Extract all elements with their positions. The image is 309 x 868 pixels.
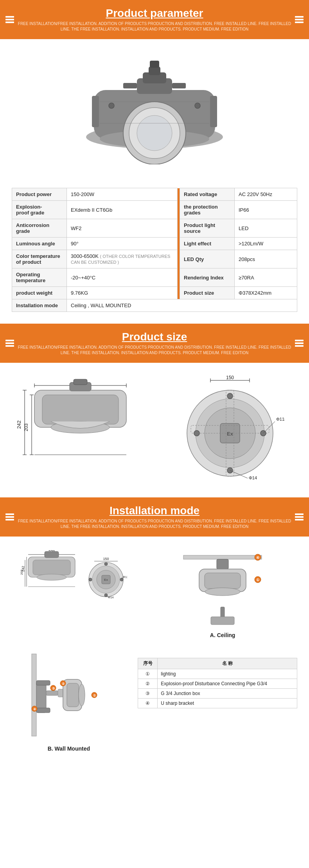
value-led-qty: 208pcs [235,250,297,268]
param-row-weight: product weight 9.76KG Product size Φ378X… [12,287,297,299]
svg-point-78 [205,588,240,596]
value-rated-voltage: AC 220V 50Hz [235,188,297,201]
col-name: 名 称 [158,658,297,669]
value-rendering-index: ≥70RA [235,268,297,287]
install-top-svg: 150 Ex Φ11mm*2 Φ14 [84,556,128,599]
value-product-power: 150-200W [67,188,178,201]
svg-rect-84 [211,617,234,625]
svg-rect-51 [33,560,70,575]
param-row-anticorrosion: Anticorrosion grade WF2 Product light so… [12,219,297,238]
label-install-mode: Installation mode [12,299,67,312]
svg-point-93 [79,684,85,706]
label-luminous-angle: Luminous angle [12,238,67,250]
dim-242: 242 [16,420,22,429]
installation-mode-subtitle: FREE INSTALLATION/FREE INSTALLATION. ADD… [16,519,293,529]
svg-text:①: ① [93,694,95,697]
bars-left-icon [5,16,14,23]
param-table: Product power 150-200W Rated voltage AC … [12,188,297,312]
value-protection-grade: IP66 [235,201,297,219]
install-row-ceiling: 378 242 203 150 [12,548,297,638]
label-product-size: Product size [180,287,235,299]
svg-rect-74 [183,555,262,559]
parts-name-4: U sharp bracket [158,699,297,708]
install-wall-diagram: ④ ③ ② ① B. Wall Mounted [12,650,126,752]
wall-caption: B. Wall Mounted [12,746,126,752]
value-product-weight: 9.76KG [67,287,178,299]
bars-left-3-icon [5,513,14,520]
svg-rect-75 [217,559,228,569]
svg-text:Φ11mm*2: Φ11mm*2 [123,575,128,579]
label-product-weight: product weight [12,287,67,299]
svg-point-5 [137,115,172,151]
svg-point-42 [227,393,233,399]
parts-row-4: ④ U sharp bracket [138,699,297,708]
svg-text:④: ④ [256,556,259,560]
value-anticorrosion: WF2 [67,219,178,238]
label-rated-voltage: Rated voltage [180,188,235,201]
wall-svg: ④ ③ ② ① [30,650,108,740]
product-parameter-section: Product parameter FREE INSTALLATION/FREE… [0,0,309,324]
dim-203: 203 [23,423,29,431]
svg-rect-22 [42,395,119,424]
value-luminous-angle: 90° [67,238,178,250]
svg-text:150: 150 [103,557,109,561]
top-view-svg: 150 Φ11mm*2 [175,375,285,484]
installation-mode-title: Installation mode [16,504,293,517]
svg-rect-25 [74,379,87,385]
top-view-diagram: 150 Φ11mm*2 [162,375,297,486]
svg-rect-17 [150,61,159,68]
parts-row-2: ② Explosion-proof Disturbance Connecting… [138,679,297,689]
svg-rect-11 [123,83,137,88]
svg-rect-83 [221,607,225,618]
svg-point-65 [104,562,108,565]
svg-point-13 [109,103,114,108]
product-size-title: Product size [16,331,293,343]
parts-row-3: ③ G 3/4 Junction box [138,689,297,699]
product-lamp-image [72,55,237,164]
svg-text:203: 203 [20,569,23,575]
ceiling-caption: A. Ceiling [148,632,297,638]
svg-rect-85 [32,654,36,736]
param-row-explosion: Explosion-proof grade EXdemb II CT6Gb th… [12,201,297,219]
svg-text:③: ③ [52,687,54,690]
svg-rect-8 [149,67,160,75]
svg-rect-53 [45,551,59,558]
svg-point-52 [37,574,66,580]
svg-rect-12 [172,83,186,88]
value-explosion-grade: EXdemb II CT6Gb [67,201,178,219]
svg-point-67 [89,578,92,581]
install-area: 378 242 203 150 [0,537,309,775]
svg-rect-88 [36,708,50,713]
value-color-temp: 3000-6500K ( OTHER COLOR TEMPERATURES CA… [67,250,178,268]
param-row-power: Product power 150-200W Rated voltage AC … [12,188,297,201]
value-light-effect: >120Lm/W [235,238,297,250]
svg-rect-89 [46,691,58,695]
label-protection-grade: the protection grades [180,201,235,219]
svg-text:Φ14: Φ14 [108,596,113,599]
parts-no-3: ③ [138,689,158,699]
side-view-svg: 378 242 203 [13,378,146,480]
param-row-luminous: Luminous angle 90° Light effect >120Lm/W [12,238,297,250]
svg-rect-10 [210,96,217,127]
label-light-source: Product light source [180,219,235,238]
dim-150: 150 [226,375,234,380]
bars-left-2-icon [5,340,14,347]
parts-name-2: Explosion-proof Disturbance Connecting P… [158,679,297,689]
svg-rect-77 [205,573,241,589]
parts-table-header: 序号 名 称 [138,658,297,669]
label-led-qty: LED Qty [180,250,235,268]
svg-text:②: ② [61,682,64,686]
param-row-operating-temp: Operating temperature -20~+40°C Renderin… [12,268,297,287]
svg-text:Ex: Ex [104,578,108,582]
product-parameter-subtitle: FREE INSTALLATION/FREE INSTALLATION. ADD… [16,21,293,32]
install-side-svg: 378 242 203 [20,548,83,599]
label-anticorrosion: Anticorrosion grade [12,219,67,238]
install-ceiling-diagram: ④ ① A. Ceiling [148,548,297,638]
product-image-area [0,39,309,180]
parts-table-wrap: 序号 名 称 ① lighting ② Explosion-proof Dist… [138,650,297,708]
parts-no-4: ④ [138,699,158,708]
dim-phi11: Φ11mm*2 [276,417,285,421]
param-section: Product power 150-200W Rated voltage AC … [0,180,309,324]
label-rendering-index: Rendering Index [180,268,235,287]
side-view-diagram: 378 242 203 [12,378,147,482]
